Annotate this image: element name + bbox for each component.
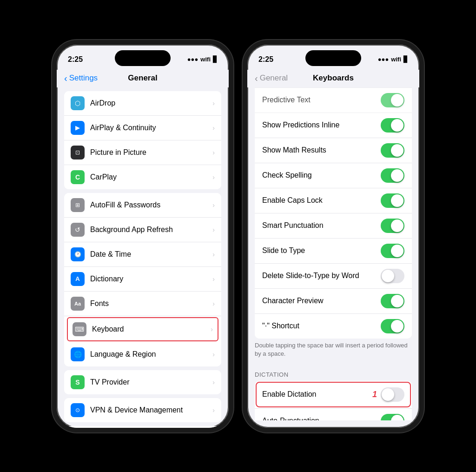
airdrop-chevron: › xyxy=(212,100,215,107)
check-spelling-row[interactable]: Check Spelling xyxy=(255,163,412,188)
check-spelling-toggle[interactable] xyxy=(381,168,404,183)
enable-dictation-label: Enable Dictation xyxy=(262,390,369,399)
fonts-item[interactable]: Aa Fonts › xyxy=(64,292,221,316)
volume-button xyxy=(52,100,53,128)
nav-bar-general: ‹ Settings General xyxy=(57,70,229,87)
back-chevron-icon-2: ‹ xyxy=(255,73,258,83)
shortcut-row[interactable]: "·" Shortcut xyxy=(255,314,412,339)
auto-punctuation-label: Auto-Punctuation xyxy=(262,417,381,420)
nav-title-general: General xyxy=(128,73,157,83)
legal-item[interactable]: ≡ Legal & Regulatory › xyxy=(64,426,221,432)
bgrefresh-icon: ↺ xyxy=(71,223,85,237)
delete-slide-row[interactable]: Delete Slide-to-Type by Word xyxy=(255,264,412,289)
char-preview-toggle[interactable] xyxy=(381,294,404,308)
vpn-item[interactable]: ⊙ VPN & Device Management › xyxy=(64,398,221,422)
keyboard-icon: ⌨ xyxy=(73,322,86,336)
back-label-2: General xyxy=(260,73,288,83)
back-chevron-icon: ‹ xyxy=(64,73,67,83)
airplay-item[interactable]: ▶ AirPlay & Continuity › xyxy=(64,116,221,140)
keyboard-item[interactable]: ⌨ Keyboard › xyxy=(67,317,218,341)
caps-lock-row[interactable]: Enable Caps Lock xyxy=(255,188,412,213)
dictionary-icon: A xyxy=(71,272,85,286)
show-predictions-toggle[interactable] xyxy=(381,118,404,133)
datetime-item[interactable]: 🕐 Date & Time › xyxy=(64,242,221,267)
keyboards-content: Predictive Text Show Predictions Inline … xyxy=(247,87,419,420)
datetime-icon: 🕐 xyxy=(71,247,85,261)
back-button-general[interactable]: ‹ General xyxy=(255,73,288,83)
char-preview-row[interactable]: Character Preview xyxy=(255,289,412,314)
autofill-chevron: › xyxy=(212,201,215,209)
tvprovider-item[interactable]: S TV Provider › xyxy=(64,370,221,394)
fonts-icon: Aa xyxy=(71,297,85,311)
fonts-chevron: › xyxy=(212,300,215,307)
caps-lock-toggle[interactable] xyxy=(381,193,404,208)
auto-punctuation-toggle[interactable] xyxy=(381,414,404,420)
predictive-text-toggle[interactable] xyxy=(381,93,404,107)
wifi-icon: wifi xyxy=(200,56,211,63)
datetime-label: Date & Time xyxy=(90,250,212,259)
pip-icon: ⊡ xyxy=(71,146,85,160)
predictive-text-label: Predictive Text xyxy=(262,96,381,104)
wifi-icon-2: wifi xyxy=(391,56,401,63)
show-math-label: Show Math Results xyxy=(262,146,381,154)
shortcut-footer: Double tapping the space bar will insert… xyxy=(247,339,419,364)
char-preview-label: Character Preview xyxy=(262,297,381,305)
battery-icon: ▊ xyxy=(213,56,218,63)
language-item[interactable]: 🌐 Language & Region › xyxy=(64,342,221,366)
auto-punctuation-row[interactable]: Auto-Punctuation xyxy=(255,408,412,420)
section-vpn: ⊙ VPN & Device Management › xyxy=(64,398,221,422)
autofill-label: AutoFill & Passwords xyxy=(90,201,212,209)
carplay-chevron: › xyxy=(212,173,215,181)
enable-dictation-step: 1 xyxy=(372,390,377,399)
signal-icon-2: ●●● xyxy=(378,56,389,63)
legal-icon: ≡ xyxy=(71,431,85,432)
bgrefresh-item[interactable]: ↺ Background App Refresh › xyxy=(64,218,221,242)
delete-slide-toggle[interactable] xyxy=(381,269,404,283)
airdrop-label: AirDrop xyxy=(90,99,212,107)
enable-dictation-row[interactable]: Enable Dictation 1 xyxy=(256,382,411,407)
bgrefresh-chevron: › xyxy=(212,226,215,233)
shortcut-label: "·" Shortcut xyxy=(262,322,381,330)
slide-to-type-label: Slide to Type xyxy=(262,246,381,255)
section-connectivity: ⬡ AirDrop › ▶ AirPlay & Continuity › ⊡ P… xyxy=(64,91,221,189)
airdrop-item[interactable]: ⬡ AirDrop › xyxy=(64,91,221,116)
status-time: 2:25 xyxy=(68,55,83,64)
section-tv: S TV Provider › xyxy=(64,370,221,394)
settings-list: ⬡ AirDrop › ▶ AirPlay & Continuity › ⊡ P… xyxy=(57,87,229,432)
show-math-toggle[interactable] xyxy=(381,143,404,158)
phone-keyboards: 2:25 ●●● wifi ▊ ‹ General Keyboards Pred… xyxy=(243,40,424,432)
picture-in-picture-item[interactable]: ⊡ Picture in Picture › xyxy=(64,140,221,165)
shortcut-toggle[interactable] xyxy=(381,319,404,333)
carplay-label: CarPlay xyxy=(90,173,212,181)
keyboard-chevron: › xyxy=(211,326,213,333)
smart-punctuation-row[interactable]: Smart Punctuation xyxy=(255,213,412,239)
airplay-icon: ▶ xyxy=(71,121,85,135)
language-icon: 🌐 xyxy=(71,347,85,361)
dictionary-chevron: › xyxy=(212,275,215,283)
caps-lock-label: Enable Caps Lock xyxy=(262,196,381,205)
back-label: Settings xyxy=(69,73,98,83)
signal-icon: ●●● xyxy=(187,56,198,63)
dynamic-island-2 xyxy=(305,50,361,66)
show-math-row[interactable]: Show Math Results xyxy=(255,138,412,163)
vpn-chevron: › xyxy=(212,406,215,414)
back-button-settings[interactable]: ‹ Settings xyxy=(64,73,98,83)
phones-container: 2:25 ●●● wifi ▊ ‹ Settings General ⬡ Air… xyxy=(52,40,424,432)
autofill-item[interactable]: ⊞ AutoFill & Passwords › xyxy=(64,193,221,218)
delete-slide-label: Delete Slide-to-Type by Word xyxy=(262,272,381,280)
slide-to-type-toggle[interactable] xyxy=(381,244,404,258)
status-icons: ●●● wifi ▊ xyxy=(187,56,218,63)
status-time-2: 2:25 xyxy=(258,55,273,64)
airdrop-icon: ⬡ xyxy=(71,96,85,110)
carplay-icon: C xyxy=(71,170,85,184)
dynamic-island xyxy=(115,50,171,66)
predictive-text-row[interactable]: Predictive Text xyxy=(255,87,412,113)
enable-dictation-toggle[interactable] xyxy=(381,387,404,402)
section-legal: ≡ Legal & Regulatory › xyxy=(64,426,221,432)
tvprovider-icon: S xyxy=(71,375,85,389)
carplay-item[interactable]: C CarPlay › xyxy=(64,165,221,189)
slide-to-type-row[interactable]: Slide to Type xyxy=(255,239,412,264)
show-predictions-row[interactable]: Show Predictions Inline xyxy=(255,113,412,138)
smart-punctuation-toggle[interactable] xyxy=(381,219,404,233)
dictionary-item[interactable]: A Dictionary › xyxy=(64,267,221,292)
